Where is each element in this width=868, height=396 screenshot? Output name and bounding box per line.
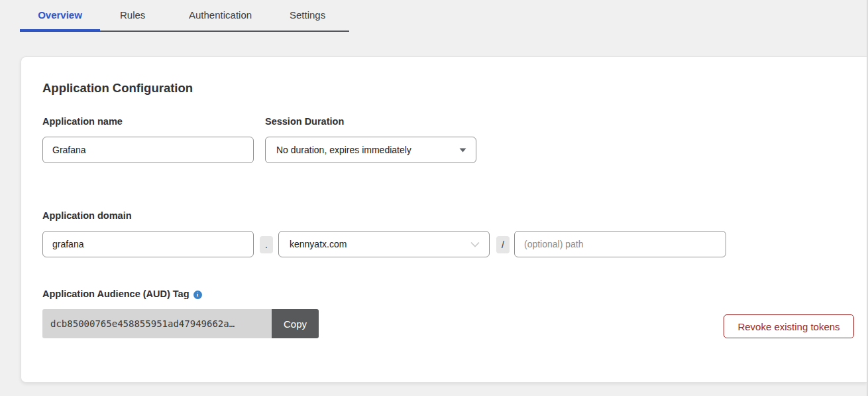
aud-tag-label-text: Application Audience (AUD) Tag	[42, 289, 190, 299]
aud-tag-label: Application Audience (AUD) Tagi	[42, 289, 202, 299]
active-tab-underline	[20, 29, 100, 32]
application-configuration-card: Application Configuration Application na…	[21, 56, 867, 383]
path-input[interactable]	[514, 231, 726, 257]
copy-button[interactable]: Copy	[272, 309, 319, 338]
info-icon[interactable]: i	[193, 291, 202, 299]
tab-underline	[100, 31, 349, 32]
domain-select[interactable]: kennyatx.com	[278, 231, 490, 257]
revoke-existing-tokens-button[interactable]: Revoke existing tokens	[724, 314, 854, 338]
tab-settings[interactable]: Settings	[290, 0, 325, 29]
session-duration-select[interactable]: No duration, expires immediately	[265, 137, 476, 163]
session-duration-label: Session Duration	[265, 116, 344, 127]
subdomain-input[interactable]	[42, 231, 254, 257]
page-title: Application Configuration	[42, 81, 193, 96]
caret-down-icon	[459, 148, 466, 153]
tab-overview[interactable]: Overview	[20, 0, 100, 29]
aud-tag-value: dcb85000765e458855951ad47949662a…	[42, 309, 272, 338]
chevron-down-icon	[470, 241, 480, 247]
application-domain-label: Application domain	[42, 210, 132, 221]
slash-separator: /	[496, 236, 510, 253]
application-name-input[interactable]	[42, 137, 254, 163]
tab-authentication[interactable]: Authentication	[189, 0, 252, 29]
tab-bar: Overview Rules Authentication Settings	[0, 0, 868, 32]
dot-separator: .	[260, 236, 273, 253]
aud-tag-field: dcb85000765e458855951ad47949662a… Copy	[42, 309, 319, 338]
domain-select-value: kennyatx.com	[290, 239, 470, 249]
tab-rules[interactable]: Rules	[120, 0, 145, 29]
session-duration-value: No duration, expires immediately	[276, 145, 459, 155]
application-name-label: Application name	[42, 116, 123, 127]
